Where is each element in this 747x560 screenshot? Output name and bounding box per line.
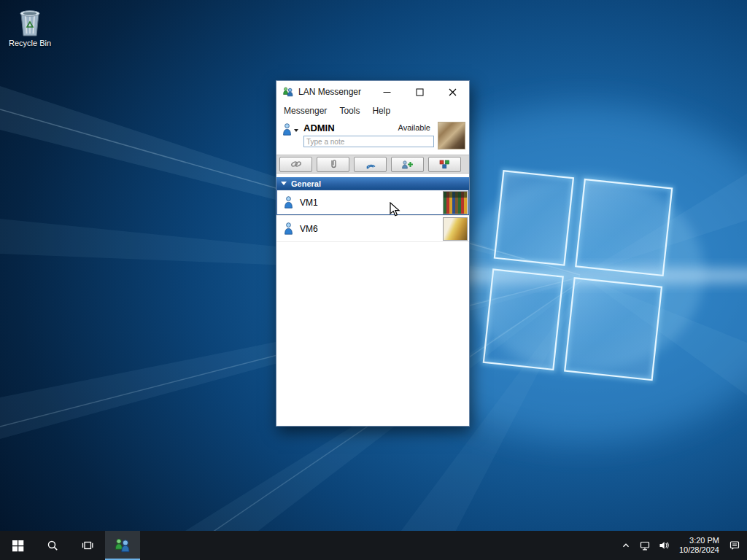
taskbar-lan-messenger-button[interactable] <box>105 531 140 560</box>
menubar: Messenger Tools Help <box>276 103 469 119</box>
remote-connect-icon <box>365 160 376 169</box>
toolbar-attach-button[interactable] <box>317 157 349 172</box>
maximize-icon <box>416 88 424 96</box>
toolbar-remote-button[interactable] <box>354 157 387 172</box>
contact-person-icon <box>284 196 293 209</box>
start-button[interactable] <box>0 531 35 560</box>
taskbar: 3:20 PM 10/28/2024 <box>0 531 747 560</box>
task-view-icon <box>81 540 94 551</box>
contact-avatar <box>443 217 468 241</box>
maximize-button[interactable] <box>403 81 436 103</box>
toolbar-link-button[interactable] <box>279 157 312 172</box>
group-header-general[interactable]: General <box>276 177 469 190</box>
volume-button[interactable] <box>654 531 673 560</box>
search-icon <box>47 540 59 552</box>
close-button[interactable] <box>436 81 469 103</box>
contact-row-vm1[interactable]: VM1 <box>276 190 469 216</box>
action-center-button[interactable] <box>725 531 744 560</box>
contact-list-empty-area <box>276 242 469 426</box>
toolbar-blocks-button[interactable] <box>428 157 461 172</box>
menu-messenger[interactable]: Messenger <box>284 106 327 116</box>
lan-messenger-window: LAN Messenger Messenger Tools Help <box>276 80 470 427</box>
minimize-icon <box>383 88 391 96</box>
link-icon <box>290 160 303 168</box>
chevron-down-icon <box>294 129 298 132</box>
desktop: Recycle Bin LAN Messenger <box>0 0 747 560</box>
recycle-bin-icon[interactable]: Recycle Bin <box>7 6 53 47</box>
volume-icon <box>658 540 670 551</box>
user-info: ADMIN Available <box>303 121 434 150</box>
contact-avatar <box>443 191 468 214</box>
network-button[interactable] <box>635 531 654 560</box>
network-icon <box>639 540 651 551</box>
toolbar-add-contact-button[interactable] <box>391 157 424 172</box>
menu-tools[interactable]: Tools <box>339 106 360 116</box>
user-person-icon <box>282 123 292 136</box>
blocks-icon <box>439 160 450 169</box>
user-avatar[interactable] <box>438 122 465 149</box>
system-tray: 3:20 PM 10/28/2024 <box>616 531 747 560</box>
window-title: LAN Messenger <box>298 87 361 97</box>
recycle-bin-label: Recycle Bin <box>9 39 51 47</box>
user-status: Available <box>398 123 430 132</box>
note-input[interactable] <box>303 136 434 147</box>
menu-help[interactable]: Help <box>372 106 390 116</box>
recycle-bin-glyph <box>16 6 44 38</box>
task-view-button[interactable] <box>70 531 105 560</box>
start-icon <box>12 540 24 552</box>
contact-name: VM1 <box>300 198 318 208</box>
user-panel: ADMIN Available <box>276 119 469 152</box>
clock-date: 10/28/2024 <box>679 545 719 555</box>
minimize-button[interactable] <box>371 81 403 103</box>
user-status-selector[interactable] <box>282 121 298 150</box>
clock-time: 3:20 PM <box>689 536 719 545</box>
add-contact-icon <box>401 160 414 169</box>
window-controls <box>371 81 469 103</box>
action-center-icon <box>729 540 740 551</box>
toolbar <box>276 155 469 174</box>
group-label: General <box>291 179 321 188</box>
close-icon <box>449 88 457 96</box>
taskbar-clock[interactable]: 3:20 PM 10/28/2024 <box>673 531 725 560</box>
lan-messenger-app-icon <box>282 86 294 98</box>
contact-person-icon <box>284 222 293 235</box>
user-name: ADMIN <box>303 122 335 133</box>
contact-name: VM6 <box>300 224 318 234</box>
titlebar[interactable]: LAN Messenger <box>276 81 469 103</box>
collapse-group-icon <box>281 182 287 185</box>
contact-row-vm6[interactable]: VM6 <box>276 216 469 242</box>
lan-messenger-icon <box>114 537 131 554</box>
hidden-icons-chevron <box>621 540 631 551</box>
paperclip-icon <box>328 159 338 169</box>
search-button[interactable] <box>35 531 70 560</box>
hidden-icons-button[interactable] <box>616 531 635 560</box>
